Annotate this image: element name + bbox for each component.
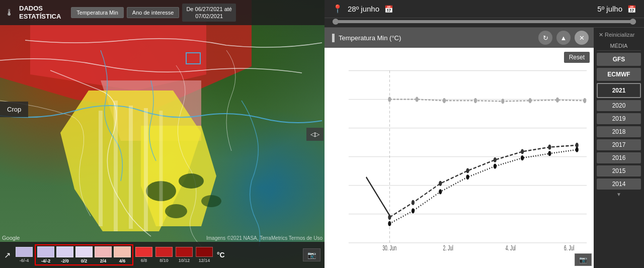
svg-point-35 xyxy=(529,98,532,103)
legend-color-2 xyxy=(56,246,73,257)
legend-item-3[interactable]: 0/2 xyxy=(74,246,94,264)
scroll-down-indicator: ▼ xyxy=(597,192,641,197)
reset-button[interactable]: Reset xyxy=(564,52,590,63)
range-handle-right[interactable] xyxy=(630,19,636,25)
legend-label-6: 6/8 xyxy=(141,258,147,263)
svg-point-34 xyxy=(501,99,504,104)
svg-point-47 xyxy=(412,208,415,213)
svg-point-42 xyxy=(494,157,497,162)
range-handle-left[interactable] xyxy=(333,19,339,25)
map-header: 🌡 DADOS ESTATÍSTICA Temperatura Min Ano … xyxy=(0,0,325,25)
chart-up-button[interactable]: ▲ xyxy=(556,31,571,45)
year-2018-button[interactable]: 2018 xyxy=(597,126,641,137)
legend-color-8 xyxy=(176,247,193,257)
screenshot-map-button[interactable]: 📷 xyxy=(303,248,320,261)
chart-container: ▐ Temperatura Min (°C) ↻ ▲ ✕ Reset 0 2.5… xyxy=(325,28,644,268)
temperatura-min-button[interactable]: Temperatura Min xyxy=(71,7,124,18)
year-2014-button[interactable]: 2014 xyxy=(597,178,641,190)
location-pin-icon: 📍 xyxy=(333,4,343,14)
svg-point-40 xyxy=(439,181,442,186)
crop-button[interactable]: Crop xyxy=(0,102,28,117)
svg-text:2. Jul: 2. Jul xyxy=(443,244,453,250)
chart-refresh-button[interactable]: ↻ xyxy=(538,31,552,45)
calendar-end-icon[interactable]: 📅 xyxy=(627,5,636,13)
svg-point-37 xyxy=(583,98,586,103)
ecmwf-button[interactable]: ECMWF xyxy=(597,68,641,81)
chart-close-button[interactable]: ✕ xyxy=(575,31,589,45)
legend-item-4[interactable]: 2/4 xyxy=(94,246,113,264)
legend-item-0[interactable]: -6/-4 xyxy=(15,246,34,264)
svg-point-43 xyxy=(521,149,524,154)
right-panel: 📍 28º junho 📅 5º julho 📅 ▐ Temperatura M… xyxy=(325,0,644,268)
range-slider-container xyxy=(325,18,644,28)
legend-item-1[interactable]: -4/-2 xyxy=(36,246,55,264)
svg-point-50 xyxy=(494,164,497,169)
svg-point-44 xyxy=(548,145,551,150)
year-2019-button[interactable]: 2019 xyxy=(597,113,641,124)
range-track[interactable] xyxy=(333,20,636,23)
legend-color-0 xyxy=(16,247,33,257)
google-watermark: Google xyxy=(2,235,20,241)
legend-color-4 xyxy=(95,246,112,257)
legend-color-5 xyxy=(114,246,131,257)
chart-area: Reset 0 2.5 5 7.5 10 12.5 15 xyxy=(325,48,594,268)
ano-interesse-button[interactable]: Ano de interesse xyxy=(127,7,180,18)
svg-point-45 xyxy=(576,143,579,148)
map-panel: 🌡 DADOS ESTATÍSTICA Temperatura Min Ano … xyxy=(0,0,325,268)
range-fill xyxy=(333,20,636,23)
date-end-label: 5º julho xyxy=(597,5,622,13)
media-label: MÉDIA xyxy=(597,41,641,51)
chart-title: Temperatura Min (°C) xyxy=(339,34,534,42)
legend-label-8: 10/12 xyxy=(179,258,190,263)
svg-point-33 xyxy=(474,98,477,103)
legend-item-5[interactable]: 4/6 xyxy=(113,246,132,264)
legend-color-1 xyxy=(37,246,54,257)
legend-label-9: 12/14 xyxy=(199,258,210,263)
chart-title-icon: ▐ xyxy=(330,34,335,42)
svg-point-48 xyxy=(439,189,442,194)
legend-item-7[interactable]: 8/10 xyxy=(154,246,174,264)
legend-item-6[interactable]: 6/8 xyxy=(134,246,153,264)
legend-item-9[interactable]: 12/14 xyxy=(195,246,214,264)
legend-label-7: 8/10 xyxy=(159,258,169,263)
chart-main: ▐ Temperatura Min (°C) ↻ ▲ ✕ Reset 0 2.5… xyxy=(325,28,594,268)
svg-text:6. Jul: 6. Jul xyxy=(564,244,574,250)
chart-screenshot-button[interactable]: 📷 xyxy=(575,253,592,266)
date-start-label: 28º junho xyxy=(348,5,379,13)
year-2020-button[interactable]: 2020 xyxy=(597,100,641,111)
legend-label-4: 2/4 xyxy=(100,258,107,263)
year-2017-button[interactable]: 2017 xyxy=(597,139,641,150)
date-range-badge: De 06/27/2021 até 07/02/2021 xyxy=(182,4,236,22)
dados-estatistica-label: DADOS ESTATÍSTICA xyxy=(19,5,61,20)
svg-point-38 xyxy=(388,215,391,220)
year-2016-button[interactable]: 2016 xyxy=(597,152,641,163)
chart-sidebar: ✕ Reinicializar MÉDIA GFS ECMWF 2021 202… xyxy=(594,28,644,268)
legend-color-6 xyxy=(135,247,152,257)
chart-svg: 0 2.5 5 7.5 10 12.5 15 30. Ju xyxy=(347,53,589,250)
legend-label-5: 4/6 xyxy=(119,258,126,263)
reinicializar-button[interactable]: ✕ Reinicializar xyxy=(597,31,641,39)
year-2015-button[interactable]: 2015 xyxy=(597,165,641,176)
legend-item-8[interactable]: 10/12 xyxy=(175,246,194,264)
legend-bar: ↗ -6/-4 -4/-2 -2/0 0/2 2/4 xyxy=(0,242,325,268)
thermometer-icon: 🌡 xyxy=(5,8,14,18)
legend-label-3: 0/2 xyxy=(81,258,88,263)
map-attribution: Imagens ©2021 NASA, TerraMetrics Termos … xyxy=(206,235,323,241)
gfs-button[interactable]: GFS xyxy=(597,53,641,66)
svg-point-46 xyxy=(388,221,391,226)
year-2021-button[interactable]: 2021 xyxy=(597,83,641,98)
calendar-start-icon[interactable]: 📅 xyxy=(384,5,393,13)
date-range-bar: 📍 28º junho 📅 5º julho 📅 xyxy=(325,0,644,18)
share-button[interactable]: ↗ xyxy=(4,250,11,260)
chart-header: ▐ Temperatura Min (°C) ↻ ▲ ✕ xyxy=(325,28,594,48)
svg-point-49 xyxy=(466,174,469,180)
svg-point-51 xyxy=(521,155,524,160)
legend-color-3 xyxy=(75,246,93,257)
svg-point-36 xyxy=(556,98,559,103)
svg-point-31 xyxy=(416,97,419,102)
svg-point-41 xyxy=(466,168,469,173)
map-yellow-region-2 xyxy=(141,126,216,226)
expand-button[interactable]: ◁▷ xyxy=(306,128,324,141)
svg-text:4. Jul: 4. Jul xyxy=(506,244,516,250)
legend-item-2[interactable]: -2/0 xyxy=(55,246,74,264)
